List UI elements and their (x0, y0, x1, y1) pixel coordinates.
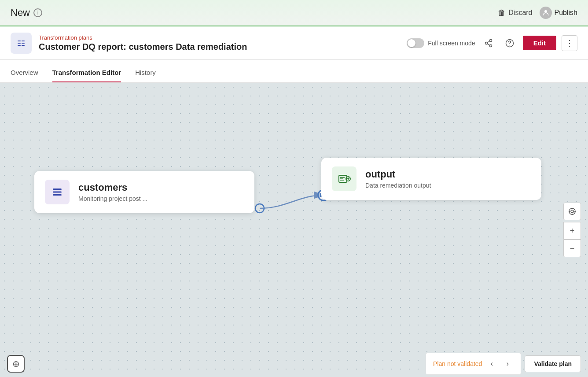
edit-button[interactable]: Edit (523, 36, 556, 50)
svg-rect-7 (22, 45, 25, 46)
svg-point-0 (544, 10, 547, 13)
customers-node-title: customers (78, 182, 147, 193)
sub-header-text: Transformation plans Customer DQ report:… (39, 34, 407, 52)
fullscreen-toggle[interactable]: Full screen mode (407, 38, 475, 48)
svg-point-30 (571, 210, 573, 213)
share-button[interactable] (481, 35, 496, 51)
sub-header-actions: Full screen mode Edit ⋮ (407, 35, 577, 51)
sub-header: Transformation plans Customer DQ report:… (0, 26, 588, 60)
customers-node-icon (45, 180, 70, 204)
tab-overview[interactable]: Overview (11, 69, 38, 82)
output-node-subtitle: Data remediation output (365, 182, 431, 189)
new-label: New (11, 7, 30, 18)
nav-prev-button[interactable]: ‹ (485, 358, 498, 370)
top-bar-right: 🗑 Discard Publish (498, 7, 577, 19)
customers-node-text: customers Monitoring project post ... (78, 182, 147, 202)
svg-rect-2 (18, 41, 21, 41)
breadcrumb[interactable]: Transformation plans (39, 34, 407, 41)
page-title: Customer DQ report: customers Data remed… (39, 42, 407, 52)
svg-point-31 (569, 208, 575, 214)
nav-next-button[interactable]: › (501, 358, 514, 370)
fullscreen-label: Full screen mode (428, 40, 475, 47)
svg-point-14 (509, 44, 510, 45)
zoom-in-button[interactable]: + (563, 222, 581, 240)
bottom-right: Plan not validated ‹ › Validate plan (426, 353, 581, 375)
connection-svg (0, 83, 588, 377)
svg-rect-22 (53, 194, 62, 196)
toggle-knob (408, 39, 415, 47)
output-node-text: output Data remediation output (365, 169, 431, 189)
add-node-button[interactable]: ⊕ (7, 355, 25, 373)
publish-label: Publish (555, 9, 577, 17)
more-options-button[interactable]: ⋮ (562, 35, 577, 51)
publish-avatar (540, 7, 552, 19)
tab-history[interactable]: History (135, 69, 156, 82)
tabs: Overview Transformation Editor History (0, 60, 588, 83)
customers-node[interactable]: customers Monitoring project post ... (34, 171, 254, 213)
toggle-switch[interactable] (407, 38, 424, 48)
svg-line-12 (487, 44, 490, 45)
info-icon[interactable]: i (33, 8, 42, 17)
svg-rect-20 (53, 188, 62, 190)
top-bar: New i 🗑 Discard Publish (0, 0, 588, 26)
output-node[interactable]: output Data remediation output (321, 158, 541, 200)
top-bar-left: New i (11, 7, 42, 18)
publish-button[interactable]: Publish (540, 7, 577, 19)
svg-point-8 (489, 39, 492, 41)
output-node-title: output (365, 169, 431, 180)
bottom-bar: ⊕ Plan not validated ‹ › Validate plan (0, 351, 588, 377)
validation-status-text: Plan not validated (433, 360, 482, 367)
customers-node-subtitle: Monitoring project post ... (78, 195, 147, 202)
svg-point-16 (255, 204, 264, 213)
discard-button[interactable]: 🗑 Discard (498, 8, 532, 18)
svg-rect-5 (22, 41, 25, 41)
zoom-out-button[interactable]: − (563, 240, 581, 257)
canvas[interactable]: customers Monitoring project post ... ou… (0, 83, 588, 377)
svg-rect-3 (18, 43, 21, 44)
zoom-center-button[interactable] (563, 203, 581, 220)
zoom-controls: + − (563, 203, 581, 257)
svg-line-11 (487, 41, 490, 42)
svg-point-10 (485, 42, 487, 44)
trash-icon: 🗑 (498, 8, 506, 18)
svg-rect-1 (15, 37, 27, 49)
svg-rect-4 (18, 45, 21, 46)
svg-rect-6 (22, 43, 25, 44)
validate-plan-button[interactable]: Validate plan (525, 355, 581, 372)
tab-transformation-editor[interactable]: Transformation Editor (52, 69, 121, 82)
output-node-icon (332, 166, 356, 191)
page-icon (11, 33, 32, 54)
validation-status: Plan not validated ‹ › (426, 353, 521, 375)
svg-rect-21 (53, 192, 62, 193)
help-button[interactable] (502, 35, 518, 51)
discard-label: Discard (508, 9, 532, 17)
svg-point-9 (489, 44, 492, 47)
